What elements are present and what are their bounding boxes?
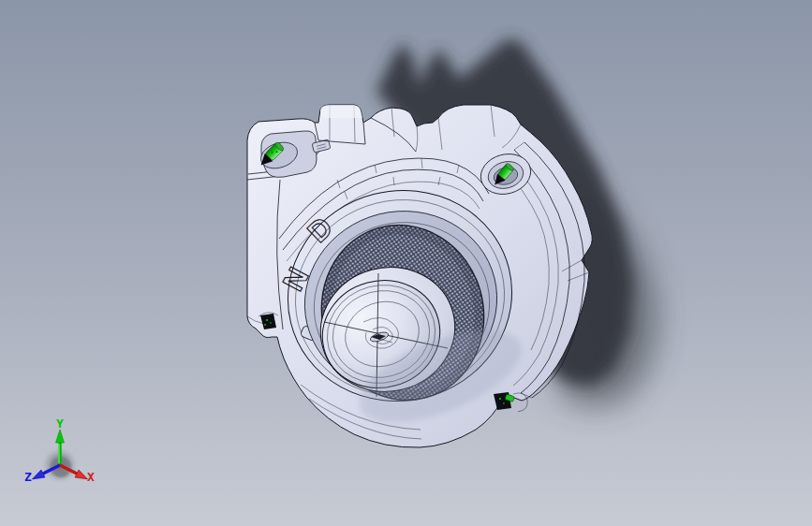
- axis-y-label: Y: [56, 416, 64, 431]
- axis-triad[interactable]: Y Z X: [24, 416, 95, 484]
- model-rotary-selector[interactable]: D N: [247, 105, 592, 447]
- cad-viewport[interactable]: D N: [0, 0, 812, 526]
- viewport-canvas[interactable]: D N: [0, 0, 812, 526]
- axis-z-label: Z: [24, 470, 32, 484]
- lobe-highlight: [320, 105, 362, 118]
- axis-x-label: X: [87, 470, 95, 484]
